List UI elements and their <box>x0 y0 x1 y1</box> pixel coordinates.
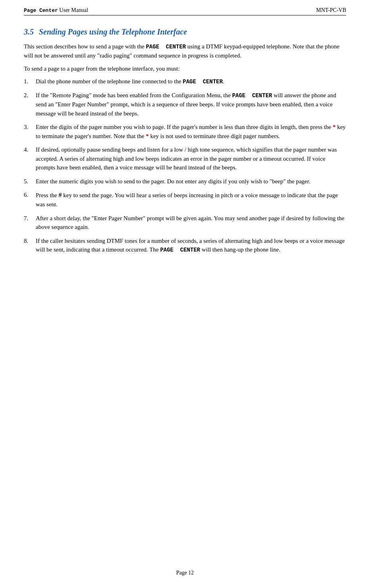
list-content-8: If the caller hesitates sending DTMF ton… <box>36 236 346 255</box>
list-content-7: After a short delay, the "Enter Pager Nu… <box>36 214 346 232</box>
header-right: MNT-PC-VB <box>316 7 346 13</box>
list-content-1: Dial the phone number of the telephone l… <box>36 77 346 86</box>
list-item: 2. If the "Remote Paging" mode has been … <box>24 91 346 118</box>
li1-text-before: Dial the phone number of the telephone l… <box>36 78 183 85</box>
brand-page: Page Center <box>24 8 58 13</box>
intro-p1-text-before: This section describes how to send a pag… <box>24 43 146 50</box>
intro-para-1: This section describes how to send a pag… <box>24 42 346 60</box>
intro-para-2: To send a page to a pager from the telep… <box>24 64 346 73</box>
section-title: Sending Pages using the Telephone Interf… <box>39 27 187 36</box>
list-content-2: If the "Remote Paging" mode has been ena… <box>36 91 346 118</box>
list-content-5: Enter the numeric digits you wish to sen… <box>36 177 346 186</box>
instruction-list: 1. Dial the phone number of the telephon… <box>24 77 346 254</box>
section-heading: 3.5 Sending Pages using the Telephone In… <box>24 27 346 37</box>
header-left: Page Center User Manual <box>24 7 88 13</box>
list-content-6: Press the # key to send the page. You wi… <box>36 190 346 209</box>
li1-code: PAGE CENTER <box>183 79 223 85</box>
list-number-6: 6. <box>24 190 36 200</box>
footer-text: Page 12 <box>176 570 194 576</box>
list-item: 4. If desired, optionally pause sending … <box>24 145 346 172</box>
page-wrapper: Page Center User Manual MNT-PC-VB 3.5 Se… <box>0 0 370 588</box>
list-number-1: 1. <box>24 77 36 86</box>
list-number-8: 8. <box>24 236 36 246</box>
list-number-2: 2. <box>24 91 36 100</box>
page-footer: Page 12 <box>0 570 370 576</box>
list-item: 7. After a short delay, the "Enter Pager… <box>24 214 346 232</box>
list-number-7: 7. <box>24 214 36 223</box>
li6-text-before: Press the <box>36 192 59 198</box>
li1-text-after: . <box>223 78 224 85</box>
li3-star2: * <box>146 133 149 139</box>
li3-text3: key is not used to terminate three digit… <box>149 133 280 139</box>
li8-code: PAGE CENTER <box>160 247 200 253</box>
intro-p1-code: PAGE CENTER <box>146 44 186 50</box>
li4-text: If desired, optionally pause sending bee… <box>36 146 337 171</box>
li3-text1: Enter the digits of the pager number you… <box>36 124 333 130</box>
list-item: 3. Enter the digits of the pager number … <box>24 123 346 140</box>
list-number-5: 5. <box>24 177 36 186</box>
list-item: 1. Dial the phone number of the telephon… <box>24 77 346 86</box>
list-item: 6. Press the # key to send the page. You… <box>24 190 346 209</box>
list-item: 8. If the caller hesitates sending DTMF … <box>24 236 346 255</box>
list-content-4: If desired, optionally pause sending bee… <box>36 145 346 172</box>
li6-hash: # <box>59 192 62 198</box>
li2-text-before: If the "Remote Paging" mode has been ena… <box>36 92 232 98</box>
page-header: Page Center User Manual MNT-PC-VB <box>24 7 346 15</box>
section-number: 3.5 <box>24 27 34 36</box>
li2-code: PAGE CENTER <box>232 92 272 99</box>
list-number-3: 3. <box>24 123 36 132</box>
li6-text-after: key to send the page. You will hear a se… <box>36 192 338 208</box>
list-number-4: 4. <box>24 145 36 154</box>
li5-text: Enter the numeric digits you wish to sen… <box>36 178 310 184</box>
intro-p2-text: To send a page to a pager from the telep… <box>24 65 180 72</box>
list-content-3: Enter the digits of the pager number you… <box>36 123 346 140</box>
list-item: 5. Enter the numeric digits you wish to … <box>24 177 346 186</box>
li7-text: After a short delay, the "Enter Pager Nu… <box>36 215 344 231</box>
li8-text-after: will then hang-up the phone line. <box>200 246 280 253</box>
header-left-suffix: User Manual <box>58 7 88 13</box>
